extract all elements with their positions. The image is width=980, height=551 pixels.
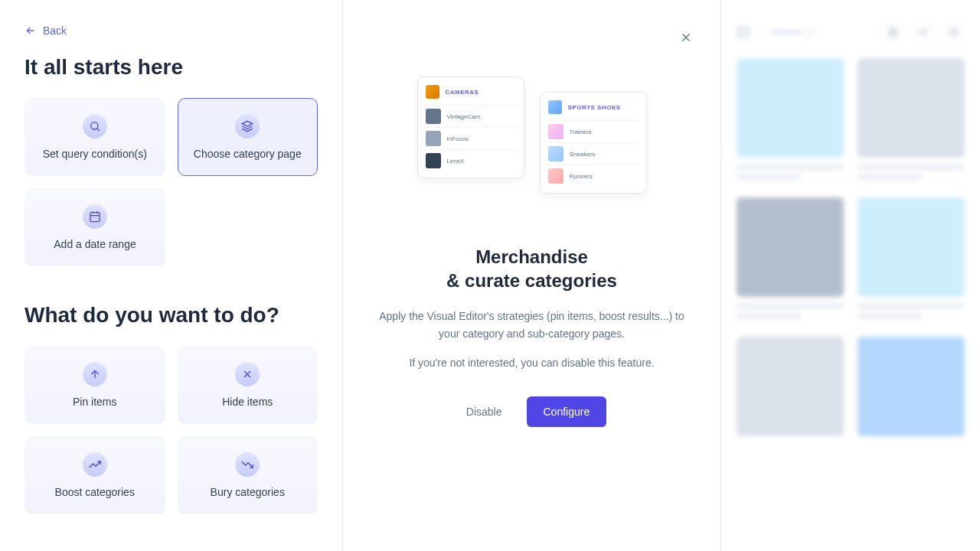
disable-button[interactable]: Disable bbox=[457, 398, 511, 425]
x-icon bbox=[235, 362, 260, 386]
background-product-grid bbox=[721, 0, 980, 551]
option-choose-category-page[interactable]: Choose category page bbox=[178, 98, 318, 176]
close-button[interactable] bbox=[679, 31, 693, 47]
eye-icon bbox=[943, 21, 965, 43]
option-add-date-range[interactable]: Add a date range bbox=[24, 188, 165, 266]
back-label: Back bbox=[43, 24, 67, 37]
action-bury-categories[interactable]: Bury categories bbox=[178, 436, 318, 514]
option-set-query-conditions[interactable]: Set query condition(s) bbox=[24, 98, 165, 176]
left-sidebar-panel: Back It all starts here Set query condit… bbox=[0, 0, 343, 551]
card-label: Boost categories bbox=[55, 486, 135, 498]
back-button[interactable]: Back bbox=[24, 24, 67, 37]
card-label: Choose category page bbox=[194, 148, 302, 160]
card-label: Pin items bbox=[73, 396, 117, 408]
svg-point-9 bbox=[920, 31, 920, 32]
svg-rect-0 bbox=[738, 27, 749, 37]
card-label: Bury categories bbox=[211, 486, 285, 498]
arrow-left-icon bbox=[24, 24, 37, 37]
action-pin-items[interactable]: Pin items bbox=[24, 346, 165, 424]
svg-rect-2 bbox=[893, 28, 897, 31]
modal-illustration: CAMERAS VintageCam InFocus LensX SPORTS … bbox=[417, 77, 647, 230]
zoom-slider bbox=[769, 31, 815, 34]
modal-description-2: If you're not interested, you can disabl… bbox=[409, 354, 654, 371]
svg-rect-4 bbox=[893, 33, 897, 36]
checkbox-icon bbox=[737, 25, 750, 39]
calendar-icon bbox=[83, 204, 107, 229]
card-label: Add a date range bbox=[54, 238, 136, 250]
svg-rect-14 bbox=[90, 213, 100, 222]
modal-title: Merchandise& curate categories bbox=[446, 245, 617, 292]
svg-point-11 bbox=[952, 31, 956, 34]
card-label: Set query condition(s) bbox=[43, 148, 147, 160]
trending-down-icon bbox=[235, 452, 260, 477]
action-hide-items[interactable]: Hide items bbox=[178, 346, 318, 424]
trending-up-icon bbox=[83, 452, 107, 477]
modal-description-1: Apply the Visual Editor's strategies (pi… bbox=[371, 308, 693, 342]
svg-point-10 bbox=[920, 34, 920, 35]
arrow-up-icon bbox=[83, 362, 107, 386]
layers-icon bbox=[235, 114, 260, 139]
svg-rect-3 bbox=[889, 33, 892, 36]
card-label: Hide items bbox=[222, 396, 273, 408]
svg-rect-1 bbox=[889, 28, 892, 31]
list-view-icon bbox=[913, 21, 934, 43]
section-title-starts-here: It all starts here bbox=[24, 55, 318, 80]
action-boost-categories[interactable]: Boost categories bbox=[24, 436, 165, 514]
section-title-what-do: What do you want to do? bbox=[24, 303, 318, 328]
svg-point-12 bbox=[90, 122, 97, 129]
grid-view-icon bbox=[882, 21, 903, 43]
modal-merchandise-categories: CAMERAS VintageCam InFocus LensX SPORTS … bbox=[343, 0, 721, 551]
svg-point-8 bbox=[920, 29, 920, 30]
configure-button[interactable]: Configure bbox=[527, 396, 607, 427]
svg-marker-13 bbox=[243, 121, 253, 126]
close-icon bbox=[679, 31, 693, 44]
search-icon bbox=[83, 114, 107, 139]
